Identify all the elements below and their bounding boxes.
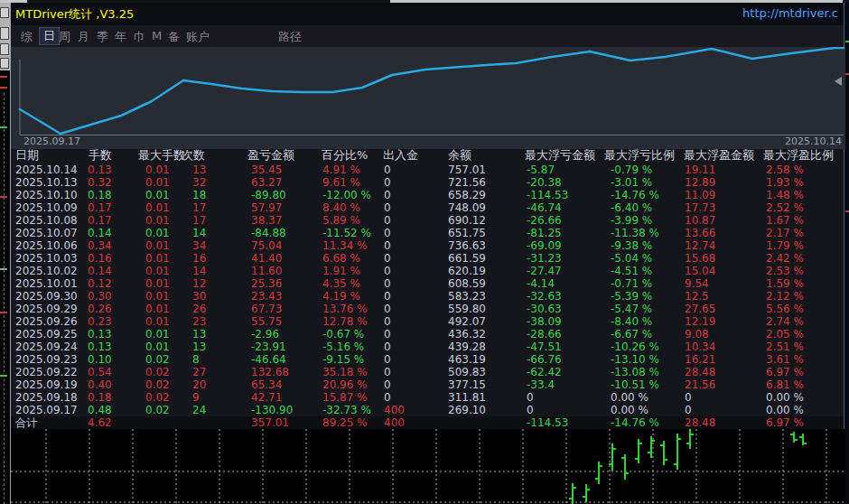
table-row[interactable]: 2025.09.190.400.022065.3420.96 %0377.15-… (11, 378, 844, 391)
cell-pnl: -23.91 (251, 341, 322, 353)
cell-in_out: 0 (384, 214, 448, 227)
menu-item-月[interactable]: 月 (78, 29, 89, 45)
table-row[interactable]: 2025.10.100.180.0118-89.80-12.00 %0658.2… (11, 189, 844, 201)
cell-max_lots: 0.01 (145, 265, 192, 277)
cell-max_float_profit_pct: 1.48 % (766, 189, 844, 201)
menu-item-日[interactable]: 日 (39, 27, 60, 45)
cell-trades: 12 (192, 277, 251, 290)
cell-pnl: 67.73 (251, 303, 322, 315)
cell-max_lots: 0.01 (145, 176, 192, 189)
cell-trades: 18 (192, 189, 251, 201)
equity-chart-panel: 2025.09.17 2025.10.14 (11, 47, 845, 149)
menu-item-路径[interactable]: 路径 (278, 29, 302, 45)
cell-lots: 0.26 (88, 303, 145, 315)
cell-max_float_loss_pct: -3.01 % (611, 176, 685, 189)
background-tick (845, 73, 849, 75)
cell-in_out: 0 (384, 163, 448, 176)
cell-date: 2025.10.03 (13, 252, 88, 265)
chart-scroll-left-arrow-icon[interactable] (835, 77, 842, 86)
cell-max_float_profit_pct: 6.97 % (766, 366, 844, 378)
cell-max_float_loss: -62.42 (527, 366, 611, 378)
menu-item-M[interactable]: M (152, 29, 162, 42)
cell-pnl: 57.97 (251, 201, 322, 214)
cell-max_float_loss_pct: -5.39 % (611, 290, 685, 303)
cell-trades: 26 (192, 303, 251, 315)
cell-max_float_profit_pct: 2.51 % (766, 341, 844, 353)
table-row[interactable]: 2025.10.020.140.011411.601.91 %0620.19-2… (11, 265, 844, 277)
cell-max_float_loss_pct: -14.76 % (611, 416, 685, 430)
cell-balance: 463.19 (448, 353, 527, 366)
cell-pnl_pct: -32.73 % (322, 404, 384, 416)
cell-balance: 436.32 (448, 328, 527, 341)
cell-max_lots: 0.01 (145, 328, 192, 341)
menu-item-备[interactable]: 备 (168, 29, 180, 45)
cell-max_float_profit: 15.04 (685, 265, 766, 277)
table-row[interactable]: 2025.10.140.130.011335.454.91 %0757.01-5… (11, 163, 844, 176)
cell-max_float_profit_pct: 2.05 % (766, 328, 844, 341)
cell-in_out: 0 (384, 353, 448, 366)
table-row[interactable]: 2025.10.090.170.011757.978.40 %0748.09-4… (11, 201, 844, 214)
table-row[interactable]: 2025.09.180.180.02942.7115.87 %0311.8100… (11, 391, 844, 404)
table-row[interactable]: 2025.09.300.300.013023.434.19 %0583.23-3… (11, 290, 844, 303)
chart-start-date: 2025.09.17 (23, 135, 80, 147)
menu-item-季[interactable]: 季 (97, 29, 108, 45)
cell-pnl: 35.45 (251, 163, 322, 176)
background-tick (0, 126, 7, 128)
table-row[interactable]: 2025.09.170.480.0224-130.90-32.73 %40026… (11, 404, 844, 416)
cell-in_out: 0 (384, 277, 448, 290)
table-row[interactable]: 2025.09.220.540.0227132.6835.18 %0509.83… (11, 366, 844, 378)
cell-max_float_profit: 15.68 (685, 252, 766, 265)
table-row[interactable]: 2025.10.060.340.013475.0411.34 %0736.63-… (11, 239, 844, 252)
cell-max_float_loss: -66.76 (527, 353, 611, 366)
column-header: 最大浮盈金额 (684, 147, 754, 163)
cell-max_float_loss: -4.14 (527, 277, 611, 290)
cell-lots: 0.16 (88, 252, 145, 265)
cell-pnl_pct: -5.16 % (322, 341, 384, 353)
cell-max_lots: 0.01 (145, 315, 192, 328)
cell-date: 2025.10.10 (13, 189, 88, 201)
cell-pnl_pct: 5.89 % (322, 214, 384, 227)
cell-max_float_loss: -20.38 (527, 176, 611, 189)
table-row[interactable]: 2025.10.080.170.011738.375.89 %0690.12-2… (11, 214, 844, 227)
cell-max_float_loss: -32.63 (527, 290, 611, 303)
cell-pnl_pct: 20.96 % (322, 378, 384, 391)
cell-lots: 4.62 (88, 416, 145, 430)
table-row[interactable]: 2025.09.250.130.0113-2.96-0.67 %0436.32-… (11, 328, 844, 341)
column-header: 余额 (448, 147, 471, 163)
table-row[interactable]: 2025.09.290.260.012667.7313.76 %0559.80-… (11, 303, 844, 315)
menu-item-账户[interactable]: 账户 (186, 29, 210, 45)
table-row[interactable]: 2025.09.230.100.028-46.64-9.15 %0463.19-… (11, 353, 844, 366)
cell-max_lots: 0.01 (145, 239, 192, 252)
cell-balance: 690.12 (448, 214, 527, 227)
menu-item-综[interactable]: 综 (21, 29, 33, 45)
cell-max_lots: 0.01 (145, 290, 192, 303)
menu-item-年[interactable]: 年 (115, 29, 126, 45)
background-toolbar-icon (0, 27, 9, 40)
cell-trades: 24 (192, 404, 251, 416)
cell-balance (448, 416, 527, 430)
menu-item-巾[interactable]: 巾 (134, 29, 145, 45)
table-row[interactable]: 2025.09.260.230.012355.7512.78 %0492.07-… (11, 315, 844, 328)
cell-date: 2025.09.18 (13, 391, 88, 404)
cell-max_float_profit_pct: 2.58 % (766, 163, 844, 176)
cell-max_float_profit_pct: 1.79 % (766, 239, 844, 252)
cell-balance: 721.56 (448, 176, 527, 189)
cell-date: 2025.10.02 (13, 265, 88, 277)
mtdriver-url-link[interactable]: http://mtdriver.c (742, 6, 838, 20)
table-row[interactable]: 2025.09.240.130.0113-23.91-5.16 %0439.28… (11, 341, 844, 353)
cell-trades: 27 (192, 366, 251, 378)
table-row[interactable]: 2025.10.130.320.013263.279.61 %0721.56-2… (11, 176, 844, 189)
table-row[interactable]: 2025.10.010.120.011225.364.35 %0608.59-4… (11, 277, 844, 290)
cell-max_float_loss_pct: -10.51 % (611, 378, 685, 391)
cell-lots: 0.13 (88, 328, 145, 341)
cell-max_float_loss_pct: -10.26 % (611, 341, 685, 353)
menu-item-周[interactable]: 周 (59, 29, 70, 45)
table-row[interactable]: 2025.10.030.160.011641.406.68 %0661.59-3… (11, 252, 844, 265)
cell-in_out: 0 (384, 176, 448, 189)
cell-lots: 0.14 (88, 227, 145, 239)
cell-balance: 509.83 (448, 366, 527, 378)
cell-max_lots (145, 416, 192, 430)
table-total-row: 合计4.62357.0189.25 %400-114.53-14.76 %28.… (11, 416, 844, 430)
cell-max_float_profit: 17.73 (685, 201, 766, 214)
table-row[interactable]: 2025.10.070.140.0114-84.88-11.52 %0651.7… (11, 227, 844, 239)
